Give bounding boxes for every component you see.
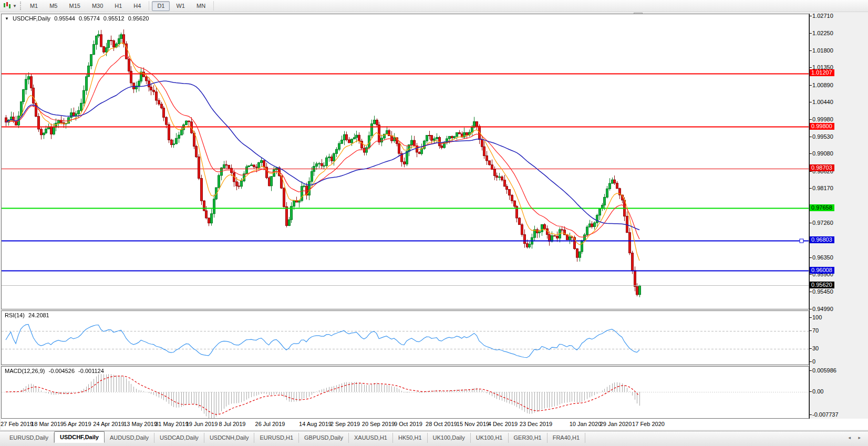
timeframe-button-h1[interactable]: H1 <box>109 1 127 11</box>
price-tick: 0.99080 <box>812 150 833 157</box>
toolbar: ▼ M1M5M15M30H1H4D1W1MN <box>0 0 868 12</box>
chart-tab-bar: EURUSD,DailyUSDCHF,DailyAUDUSD,DailyUSDC… <box>0 431 868 446</box>
timeframe-button-m1[interactable]: M1 <box>25 1 43 11</box>
timeframe-button-mn[interactable]: MN <box>191 1 211 11</box>
rsi-panel: RSI(14) 24.2081 <box>1 310 809 365</box>
tab-usdchf-daily[interactable]: USDCHF,Daily <box>54 431 105 443</box>
tab-audusd-daily[interactable]: AUDUSD,Daily <box>105 433 154 443</box>
price-low: 0.95512 <box>104 15 125 22</box>
toolbar-separator <box>149 1 149 11</box>
price-tick: 0.99980 <box>812 116 833 122</box>
timeframe-button-h4[interactable]: H4 <box>128 1 146 11</box>
date-tick: 29 Jan 2020 <box>600 421 632 427</box>
date-tick: 31 May 2019 <box>155 421 189 427</box>
tab-scroll-left-icon[interactable]: ◂ <box>848 435 854 440</box>
date-tick: 14 Aug 2019 <box>299 421 332 427</box>
tab-eurusd-h1[interactable]: EURUSD,H1 <box>254 433 299 443</box>
price-close: 0.95620 <box>128 15 149 22</box>
date-tick: 24 Apr 2019 <box>93 421 124 427</box>
timeframe-button-m15[interactable]: M15 <box>64 1 85 11</box>
macd-name: MACD(12,26,9) <box>5 368 45 374</box>
price-tick: 0.95450 <box>812 288 833 295</box>
rsi-value: 24.2081 <box>28 312 49 318</box>
price-tick: 0.97260 <box>812 220 833 226</box>
date-tick: 10 Jan 2020 <box>570 421 602 427</box>
tab-scroll-right-icon[interactable]: ▸ <box>858 435 864 440</box>
macd-tick: 0.005986 <box>812 367 836 374</box>
macd-main-value: -0.004526 <box>48 368 75 374</box>
price-tick: 1.02250 <box>812 30 833 36</box>
tab-usdcnh-daily[interactable]: USDCNH,Daily <box>204 433 255 443</box>
price-tick: 1.00440 <box>812 99 833 105</box>
tab-uk100-h1[interactable]: UK100,H1 <box>471 433 509 443</box>
macd-canvas[interactable] <box>2 367 809 418</box>
date-tick: 8 Jul 2019 <box>219 421 246 427</box>
timeframe-button-m5[interactable]: M5 <box>44 1 63 11</box>
date-tick: 17 Feb 2020 <box>632 421 665 427</box>
rsi-tick: 0 <box>812 358 815 365</box>
date-tick: 27 Feb 2019 <box>1 421 33 427</box>
tab-ger30-h1[interactable]: GER30,H1 <box>509 433 547 443</box>
tab-uk100-daily[interactable]: UK100,Daily <box>428 433 471 443</box>
date-tick: 9 Oct 2019 <box>394 421 422 427</box>
periods-icon[interactable] <box>3 2 12 10</box>
price-badge: 0.96803 <box>810 236 834 243</box>
rsi-axis[interactable]: 10070300 <box>810 310 867 365</box>
rsi-tick: 70 <box>812 327 819 334</box>
price-badge: 1.01207 <box>810 69 834 76</box>
price-chart-canvas[interactable] <box>2 14 809 309</box>
price-badge: 0.95620 <box>810 282 834 288</box>
price-tick: 1.00890 <box>812 82 833 88</box>
toolbar-grip[interactable] <box>20 2 21 10</box>
timeframe-button-w1[interactable]: W1 <box>171 1 190 11</box>
chart-tabs: EURUSD,DailyUSDCHF,DailyAUDUSD,DailyUSDC… <box>4 431 868 443</box>
date-tick: 26 Jul 2019 <box>255 421 285 427</box>
macd-tick: 0.00 <box>812 388 823 395</box>
tab-eurusd-daily[interactable]: EURUSD,Daily <box>4 433 54 443</box>
collapse-arrow-icon[interactable]: ▼ <box>5 16 9 21</box>
price-chart-panel: ▼ USDCHF,Daily 0.95544 0.95774 0.95512 0… <box>1 14 809 309</box>
price-badge: 0.99800 <box>810 123 834 130</box>
timeframe-button-m30[interactable]: M30 <box>87 1 108 11</box>
macd-signal-value: -0.001124 <box>78 368 104 374</box>
tab-gbpusd-daily[interactable]: GBPUSD,Daily <box>299 433 349 443</box>
rsi-canvas[interactable] <box>2 311 809 365</box>
macd-panel: MACD(12,26,9) -0.004526 -0.001124 <box>1 366 809 419</box>
timeframe-buttons: M1M5M15M30H1H4D1W1MN <box>24 0 216 12</box>
price-tick: 0.96350 <box>812 254 833 261</box>
date-tick: 28 Oct 2019 <box>426 421 457 427</box>
rsi-tick: 100 <box>812 314 822 320</box>
macd-tick: -0.007737 <box>812 411 839 418</box>
tab-hk50-h1[interactable]: HK50,H1 <box>393 433 428 443</box>
rsi-tick: 30 <box>812 345 819 351</box>
chart-title: ▼ USDCHF,Daily 0.95544 0.95774 0.95512 0… <box>5 15 151 22</box>
macd-axis[interactable]: 0.0059860.00-0.007737 <box>810 366 867 419</box>
price-tick: 0.99530 <box>812 133 833 140</box>
tab-xauusd-h1[interactable]: XAUUSD,H1 <box>349 433 393 443</box>
date-tick: 4 Dec 2019 <box>488 421 518 427</box>
price-tick: 1.01800 <box>812 47 833 54</box>
tab-fra40-h1[interactable]: FRA40,H1 <box>547 433 585 443</box>
macd-label: MACD(12,26,9) -0.004526 -0.001124 <box>5 368 106 374</box>
date-tick: 15 Nov 2019 <box>457 421 489 427</box>
date-tick: 19 Jun 2019 <box>186 421 218 427</box>
timeframe-button-d1[interactable]: D1 <box>152 1 170 11</box>
rsi-label: RSI(14) 24.2081 <box>5 312 51 318</box>
date-tick: 13 May 2019 <box>123 421 157 427</box>
date-tick: 23 Dec 2019 <box>520 421 552 427</box>
date-axis[interactable]: 27 Feb 201918 Mar 20195 Apr 201924 Apr 2… <box>1 419 868 430</box>
price-tick: 1.02710 <box>812 13 833 19</box>
price-badge: 0.96008 <box>810 267 834 274</box>
tab-usdcad-daily[interactable]: USDCAD,Daily <box>154 433 204 443</box>
toolbar-separator <box>213 1 214 11</box>
rsi-name: RSI(14) <box>5 312 25 318</box>
price-axis[interactable]: 1.027101.022501.018001.013501.008901.004… <box>810 14 867 309</box>
date-tick: 18 Mar 2019 <box>31 421 64 427</box>
price-badge: 0.97658 <box>810 204 834 211</box>
date-tick: 20 Sep 2019 <box>362 421 395 427</box>
periods-dropdown-icon[interactable]: ▼ <box>13 4 17 8</box>
price-open: 0.95544 <box>54 15 75 22</box>
date-tick: 5 Apr 2019 <box>63 421 91 427</box>
price-tick: 0.98170 <box>812 185 833 191</box>
price-high: 0.95774 <box>79 15 100 22</box>
